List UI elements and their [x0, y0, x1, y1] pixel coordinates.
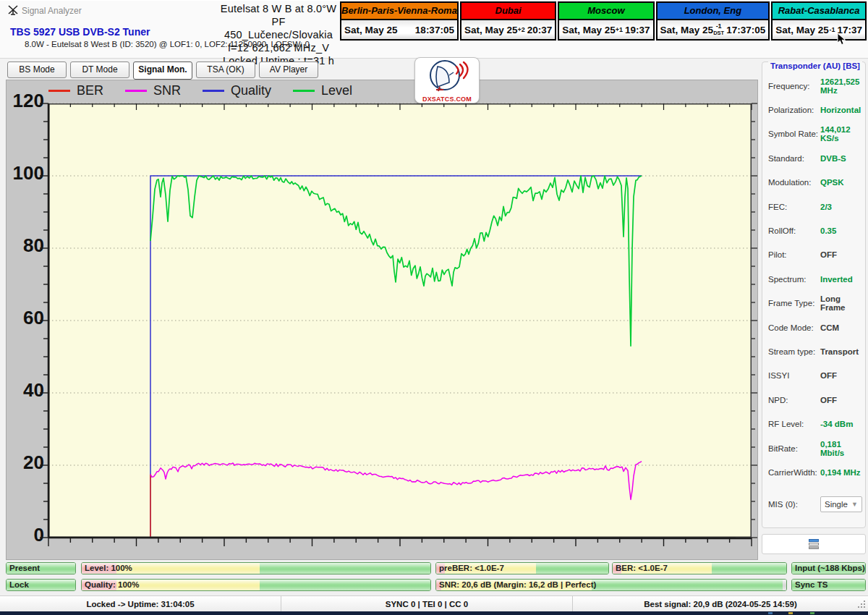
legend-label: SNR: [153, 83, 181, 98]
field-label: ISSYI: [768, 371, 820, 380]
snr-meter: SNR: 20,6 dB (Margin: 16,2 dB | Perfect): [435, 579, 787, 591]
legend-level: Level: [293, 83, 352, 98]
field-label: Modulation:: [768, 178, 820, 187]
field-value: DVB-S: [820, 154, 846, 163]
transponder-row: Code Mode:CCM: [768, 315, 862, 339]
utc-offset: -1: [829, 27, 835, 33]
utc-offset: +2: [517, 27, 524, 33]
clock-dubai: DubaiSat, May 25+220:37: [460, 1, 556, 41]
legend-line-swatch: [125, 90, 147, 92]
meter-label: Quality: 100%: [85, 580, 139, 589]
clock-london-eng: London, EngSat, May 25-1DST17:37:05: [656, 1, 770, 41]
satellite-name: Eutelsat 8 W B at 8.0°W: [217, 2, 340, 15]
clock-time: 17:37:05: [726, 25, 765, 35]
taskbar-sliver: [0, 611, 868, 615]
meter-label: Lock: [9, 580, 29, 589]
field-label: Symbol Rate:: [768, 130, 820, 138]
quality-meter: Quality: 100%: [81, 579, 431, 591]
meter-label: Present: [9, 564, 40, 572]
frequency-line: f=12 621,662 MHz_V: [217, 41, 340, 54]
statusbar-sync-counters: SYNC 0 | TEI 0 | CC 0: [281, 596, 573, 612]
field-value: Horizontal: [820, 106, 861, 114]
preber-meter: preBER: <1.0E-7: [435, 562, 609, 574]
dxsatcs-logo: DXSATCS.COM: [414, 57, 480, 103]
legend-label: Quality: [231, 83, 271, 98]
tab-dt-mode[interactable]: DT Mode: [70, 62, 129, 78]
field-value: 0.35: [820, 226, 836, 235]
statusbar-uptime: Locked -> Uptime: 31:04:05: [0, 596, 281, 612]
list-stack-icon: [809, 539, 819, 550]
transponder-row-mis: MIS (0):Single▼: [768, 495, 862, 514]
field-value: 144,012 KS/s: [820, 125, 862, 143]
chart-legend: BERSNRQualityLevel: [48, 83, 367, 98]
lock-meter: Lock: [6, 579, 76, 591]
mis-dropdown[interactable]: Single▼: [820, 496, 862, 512]
site-name: PF 450_Lučenec/Slovakia: [217, 15, 340, 41]
app-title: Signal Analyzer: [22, 6, 82, 16]
field-label: RollOff:: [768, 226, 820, 235]
clock-date: Sat, May 25: [775, 25, 829, 35]
field-value: Long Frame: [820, 294, 862, 312]
meter-label: BER: <1.0E-7: [616, 564, 668, 572]
plot-area: [38, 101, 759, 552]
transponder-row: ISSYIOFF: [768, 364, 862, 388]
clock-date: Sat, May 25: [344, 25, 415, 35]
tab-signal-mon[interactable]: Signal Mon.: [133, 62, 192, 80]
transponder-panel: Transponder (AU) [BS] Frequency:12621,52…: [762, 62, 866, 528]
legend-label: Level: [321, 83, 352, 98]
clock-rabat-casablanca: Rabat-CasablancaSat, May 25-117:37: [771, 1, 867, 41]
logo-text: DXSATCS.COM: [415, 96, 479, 103]
transponder-list-button[interactable]: [762, 534, 866, 554]
meter-label: Level: 100%: [85, 564, 132, 572]
field-label: Spectrum:: [768, 275, 820, 284]
legend-line-swatch: [203, 90, 224, 92]
signal-chart: BERSNRQualityLevel 020406080100120: [6, 80, 758, 560]
field-label: Standard:: [768, 154, 820, 163]
transponder-row: RollOff:0.35: [768, 219, 862, 242]
field-value: 2/3: [820, 203, 832, 211]
legend-quality: Quality: [203, 83, 271, 98]
field-label: RF Level:: [768, 420, 820, 428]
transponder-row: Modulation:QPSK: [768, 171, 862, 195]
tab-bs-mode[interactable]: BS Mode: [7, 62, 67, 78]
field-value: OFF: [820, 396, 837, 404]
field-value: Inverted: [820, 275, 853, 284]
statusbar-best-signal: Best signal: 20,9 dB (2024-05-25 14:59): [573, 596, 868, 612]
utc-offset: +1: [616, 27, 623, 33]
transponder-row: Polarization:Horizontal: [768, 98, 862, 122]
field-value: 12621,525 MHz: [820, 77, 862, 95]
transponder-row: NPD:OFF: [768, 388, 862, 412]
tab-tsa-ok[interactable]: TSA (OK): [196, 62, 255, 78]
clock-city: London, Eng: [658, 3, 769, 20]
app-icon: [7, 4, 19, 16]
header: Signal Analyzer TBS 5927 USB DVB-S2 Tune…: [0, 0, 868, 59]
meter-label: Input (~188 Kbps): [795, 564, 865, 572]
field-value: OFF: [820, 250, 837, 259]
field-label: FEC:: [768, 203, 820, 211]
field-label: Frequency:: [768, 82, 820, 90]
clock-city: Rabat-Casablanca: [773, 3, 865, 20]
level-meter: Level: 100%: [81, 562, 431, 574]
tuner-name: TBS 5927 USB DVB-S2 Tuner: [10, 26, 150, 38]
field-value: OFF: [820, 371, 837, 380]
mode-tabs: BS ModeDT ModeSignal Mon.TSA (OK)AV Play…: [7, 62, 318, 78]
meter-label: Sync TS: [795, 580, 827, 589]
legend-line-swatch: [293, 90, 315, 92]
clock-city: Moscow: [559, 3, 652, 20]
clock-date: Sat, May 25: [562, 25, 616, 35]
input-meter: Input (~188 Kbps): [791, 562, 866, 574]
transponder-row: RF Level:-34 dBm: [768, 412, 862, 436]
meter-label: preBER: <1.0E-7: [439, 564, 504, 572]
legend-ber: BER: [48, 83, 103, 98]
mouse-cursor: [837, 33, 847, 46]
clock-time: 19:37: [625, 25, 650, 35]
resize-grip[interactable]: [856, 599, 867, 609]
field-label: CarrierWidth:: [768, 468, 820, 477]
clock-time: 20:37: [527, 25, 553, 35]
tab-av-player[interactable]: AV Player: [259, 62, 318, 78]
meter-label: SNR: 20,6 dB (Margin: 16,2 dB | Perfect): [439, 580, 596, 589]
field-label: MIS (0):: [768, 500, 820, 509]
transponder-row: Pilot:OFF: [768, 243, 862, 267]
transponder-row: Symbol Rate:144,012 KS/s: [768, 122, 862, 146]
field-label: NPD:: [768, 396, 820, 404]
